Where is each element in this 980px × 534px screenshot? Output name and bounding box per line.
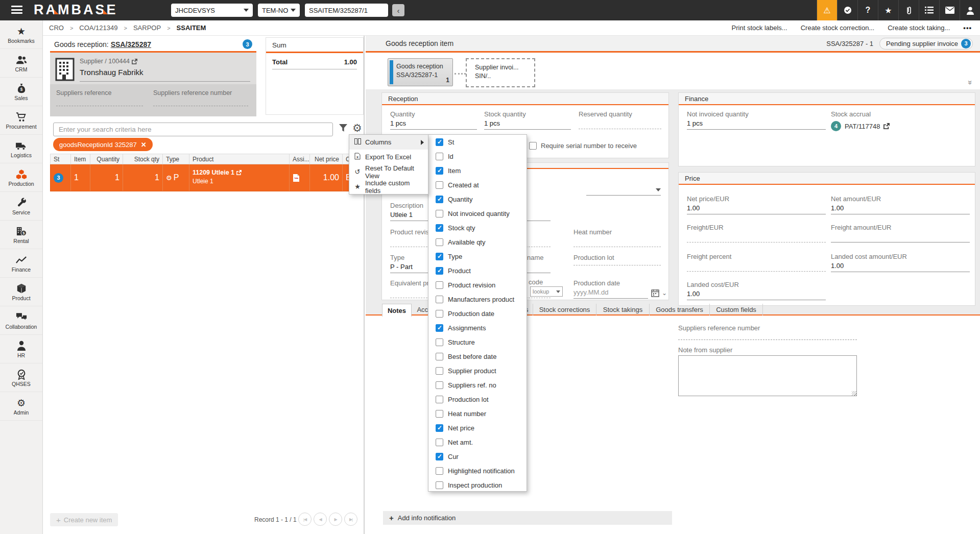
sidebar-item-qhses[interactable]: QHSES (0, 363, 42, 392)
sidebar-item-product[interactable]: Product (0, 278, 42, 306)
checkbox[interactable] (436, 439, 443, 446)
checkbox[interactable] (436, 481, 443, 489)
column-toggle-type[interactable]: Type (428, 249, 527, 263)
account-icon[interactable] (960, 0, 980, 20)
tab-custom-fields[interactable]: Custom fields (710, 304, 763, 315)
checkbox[interactable] (436, 153, 443, 160)
sidebar-item-sales[interactable]: $Sales (0, 78, 42, 106)
menu-item-reset-view[interactable]: ↺ Reset To Default View (349, 164, 428, 179)
table-settings-gear-icon[interactable]: ⚙ (352, 122, 362, 134)
checkbox[interactable] (436, 396, 443, 403)
more-actions-icon[interactable]: ••• (963, 24, 972, 32)
status-pill[interactable]: Pending supplier invoice 3 (879, 38, 973, 50)
sidebar-item-admin[interactable]: ⚙Admin (0, 392, 42, 421)
checkbox[interactable] (436, 453, 443, 460)
tab-goods-transfers[interactable]: Goods transfers (650, 304, 710, 315)
column-toggle-quantity[interactable]: Quantity (428, 192, 527, 206)
external-link-icon[interactable] (883, 123, 890, 129)
product-variant-select[interactable] (586, 184, 661, 196)
production-date-field[interactable]: yyyy.MM.dd (573, 287, 648, 299)
checkbox[interactable] (436, 138, 443, 146)
column-toggle-inspect-production[interactable]: Inspect production (428, 478, 527, 492)
col-header-assignments[interactable]: Assi... (290, 154, 310, 164)
add-info-notification-button[interactable]: + Add info notification (383, 511, 672, 525)
column-toggle-st[interactable]: St (428, 135, 527, 149)
system-select[interactable]: JHCDEVSYS (171, 4, 253, 17)
table-row[interactable]: 3 1 1 1 ⚙P 11209 Utleie 1 Utleie 1 1.00 … (50, 164, 364, 191)
freight-field[interactable] (687, 231, 826, 242)
sidebar-item-service[interactable]: Service (0, 192, 42, 221)
not-invoiced-field[interactable]: 1 pcs (687, 118, 826, 130)
supplier-id[interactable]: Supplier / 100444 (80, 58, 137, 65)
column-toggle-assignments[interactable]: Assignments (428, 321, 527, 335)
filter-icon[interactable] (339, 124, 347, 132)
sidebar-item-rental[interactable]: $Rental (0, 221, 42, 249)
filter-chip[interactable]: goodsReceptionId 325287 ✕ (53, 138, 153, 151)
menu-item-columns[interactable]: Columns (349, 135, 428, 150)
next-page-button[interactable]: ▶ (329, 513, 342, 526)
reserved-quantity-field[interactable] (579, 118, 661, 129)
column-toggle-item[interactable]: Item (428, 163, 527, 178)
column-toggle-product[interactable]: Product (428, 263, 527, 278)
checkbox[interactable] (436, 196, 443, 203)
print-stock-labels-link[interactable]: Print stock labels... (732, 24, 787, 32)
serial-number-checkbox-row[interactable]: Require serial number to receive (529, 142, 637, 150)
attachment-icon[interactable] (898, 0, 919, 20)
sidebar-item-finance[interactable]: Finance (0, 249, 42, 278)
tasklist-icon[interactable] (919, 0, 939, 20)
breadcrumb-coa[interactable]: COA/121349 (79, 24, 117, 32)
column-toggle-stock-qty[interactable]: Stock qty (428, 221, 527, 235)
approved-icon[interactable] (837, 0, 857, 20)
production-lot-field[interactable] (573, 261, 661, 265)
tab-stock-corrections[interactable]: Stock corrections (533, 304, 596, 315)
column-toggle-structure[interactable]: Structure (428, 335, 527, 349)
column-toggle-net-amt[interactable]: Net amt. (428, 435, 527, 449)
column-toggle-best-before-date[interactable]: Best before date (428, 349, 527, 363)
checkbox[interactable] (436, 467, 443, 475)
sidebar-item-production[interactable]: Production (0, 163, 42, 192)
column-toggle-supplier-product[interactable]: Supplier product (428, 363, 527, 378)
column-toggle-available-qty[interactable]: Available qty (428, 235, 527, 249)
tab-notes[interactable]: Notes (382, 304, 412, 317)
create-new-item-button[interactable]: +Create new item (50, 513, 118, 526)
last-page-button[interactable]: ▶| (344, 513, 357, 526)
menu-item-export-excel[interactable]: x Export To Excel (349, 150, 428, 164)
favorites-icon[interactable]: ★ (878, 0, 898, 20)
quantity-field[interactable]: 1 pcs (390, 118, 477, 130)
sidebar-item-logistics[interactable]: Logistics (0, 135, 42, 163)
checkbox[interactable] (436, 324, 443, 332)
prev-page-button[interactable]: ◀ (314, 513, 327, 526)
checkbox[interactable] (436, 267, 443, 275)
checkbox[interactable] (436, 367, 443, 375)
create-stock-taking-link[interactable]: Create stock taking... (888, 24, 950, 32)
checkbox[interactable] (436, 210, 443, 217)
menu-item-include-custom-fields[interactable]: ★ Include custom fields (349, 179, 428, 194)
warning-icon[interactable]: ⚠ (817, 0, 837, 20)
tab-stock-takings[interactable]: Stock takings (596, 304, 650, 315)
collapse-chevrons-icon[interactable]: « (964, 80, 973, 84)
column-toggle-production-lot[interactable]: Production lot (428, 392, 527, 406)
checkbox[interactable] (436, 381, 443, 389)
heat-number-field[interactable] (573, 236, 661, 247)
help-icon[interactable]: ? (857, 0, 878, 20)
checkbox[interactable] (436, 353, 443, 360)
col-header-item[interactable]: Item (71, 154, 90, 164)
code-lookup-select[interactable]: lookup (530, 286, 563, 297)
col-header-product[interactable]: Product (189, 154, 290, 164)
search-input[interactable] (53, 123, 333, 136)
checkbox[interactable] (436, 310, 443, 318)
expand-chevron-icon[interactable]: ⌄ (662, 289, 667, 297)
column-toggle-not-invoiced-quantity[interactable]: Not invoiced quantity (428, 206, 527, 221)
goods-reception-link[interactable]: SSA/325287 (111, 40, 151, 48)
checkbox[interactable] (529, 142, 537, 150)
col-header-type[interactable]: Type (163, 154, 189, 164)
sidebar-item-hr[interactable]: HR (0, 335, 42, 363)
column-toggle-cur[interactable]: Cur (428, 449, 527, 464)
empty-field-line[interactable] (56, 106, 143, 106)
column-toggle-production-date[interactable]: Production date (428, 306, 527, 321)
col-header-quantity[interactable]: Quantity (90, 154, 123, 164)
note-from-supplier-textarea[interactable] (678, 355, 857, 396)
checkbox[interactable] (436, 424, 443, 432)
col-header-st[interactable]: St (51, 154, 71, 164)
column-toggle-manufacturers-product[interactable]: Manufacturers product (428, 292, 527, 306)
